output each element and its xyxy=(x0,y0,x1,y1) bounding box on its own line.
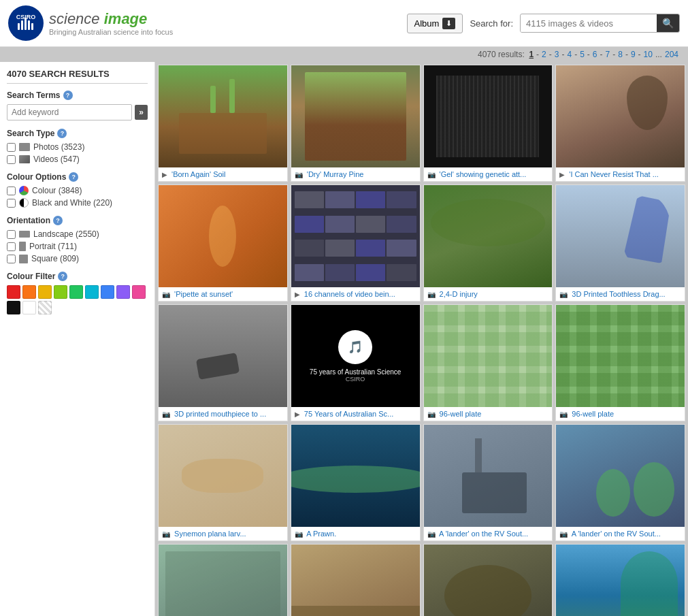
swatch-purple[interactable] xyxy=(116,285,130,299)
page-link-6[interactable]: 6 xyxy=(593,50,597,59)
page-link-1[interactable]: 1 xyxy=(529,50,534,59)
keyword-go-button[interactable]: » xyxy=(135,105,148,120)
download-icon: ⬇ xyxy=(442,18,455,29)
grid-item-3[interactable]: 📷 'Gel' showing genetic att... xyxy=(423,65,553,182)
videos-checkbox[interactable] xyxy=(7,155,16,164)
results-count-top: 4070 xyxy=(478,50,496,59)
svg-rect-6 xyxy=(31,23,33,30)
image-thumb-17 xyxy=(159,545,287,616)
swatch-green[interactable] xyxy=(69,285,83,299)
search-terms-section: Search Terms ? » xyxy=(7,91,148,120)
colour-checkbox[interactable] xyxy=(7,187,16,195)
swatch-red[interactable] xyxy=(7,285,20,299)
photo-icon-14: 📷 xyxy=(295,530,303,538)
colour-options-title: Colour Options ? xyxy=(7,172,148,182)
page-link-10[interactable]: 10 xyxy=(644,50,653,59)
grid-item-16[interactable]: + 📷 A 'lander' on the RV Sout... xyxy=(555,424,685,541)
grid-item-9[interactable]: + 📷 3D printed mouthpiece to ... xyxy=(158,304,288,421)
photos-checkbox[interactable] xyxy=(7,143,16,152)
swatch-lime[interactable] xyxy=(54,285,67,299)
album-button[interactable]: Album ⬇ xyxy=(407,14,463,33)
orientation-help-icon[interactable]: ? xyxy=(53,216,63,225)
grid-item-8[interactable]: + 📷 3D Printed Toothless Drag... xyxy=(555,184,685,302)
grid-item-19[interactable]: + 📷 A Baraya Grasshopper xyxy=(423,544,553,616)
video-icon-6: ▶ xyxy=(295,291,300,298)
page-link-8[interactable]: 8 xyxy=(618,50,623,59)
grid-item-6[interactable]: + ▶ 16 channels of video bein... xyxy=(291,184,421,302)
image-thumb-5 xyxy=(159,185,287,287)
image-thumb-6 xyxy=(291,185,420,287)
orientation-section: Orientation ? Landscape (2550) Portrait … xyxy=(7,216,148,263)
colour-options-help-icon[interactable]: ? xyxy=(69,172,78,182)
image-thumb-12 xyxy=(556,305,685,407)
results-label-top: results: xyxy=(498,50,525,59)
square-icon xyxy=(19,255,28,263)
header-controls: Album ⬇ Search for: 🔍 xyxy=(407,14,680,33)
site-title-science: science xyxy=(49,10,100,27)
album-label: Album xyxy=(414,18,440,29)
photo-icon-8: 📷 xyxy=(559,291,568,298)
grid-item-4[interactable]: ▶ 'I Can Never Resist That ... xyxy=(555,65,685,182)
caption-1: ▶ 'Born Again' Soil xyxy=(159,167,287,181)
grid-item-17[interactable]: + 📷 A 'wet' laboratory xyxy=(158,544,288,616)
bw-icon xyxy=(19,198,29,208)
search-terms-help-icon[interactable]: ? xyxy=(63,91,73,100)
search-input[interactable] xyxy=(521,15,657,32)
image-thumb-11 xyxy=(424,305,553,407)
caption-16: 📷 A 'lander' on the RV Sout... xyxy=(556,527,685,540)
page-link-9[interactable]: 9 xyxy=(631,50,636,59)
colour-filter-help-icon[interactable]: ? xyxy=(58,272,67,281)
caption-8: 📷 3D Printed Toothless Drag... xyxy=(556,287,685,301)
image-thumb-15 xyxy=(424,425,553,527)
page-link-7[interactable]: 7 xyxy=(606,50,610,59)
search-type-help-icon[interactable]: ? xyxy=(57,129,67,138)
swatch-none[interactable] xyxy=(38,301,52,314)
grid-item-10[interactable]: + 🎵 75 years of Australian Science CSIRO… xyxy=(291,304,421,421)
grid-item-20[interactable]: + 📷 A Beach in Vanuatu xyxy=(555,544,685,616)
site-tagline: Bringing Australian science into focus xyxy=(49,28,173,36)
colour-pie-icon xyxy=(19,186,29,195)
grid-item-2[interactable]: 📷 'Dry' Murray Pine xyxy=(291,65,421,182)
grid-item-11[interactable]: + 📷 96-well plate xyxy=(423,304,553,421)
grid-item-12[interactable]: + 📷 96-well plate xyxy=(555,304,685,421)
search-box: 🔍 xyxy=(520,14,680,33)
page-link-4[interactable]: 4 xyxy=(567,50,572,59)
colour-label: Colour (3848) xyxy=(32,186,82,195)
square-checkbox[interactable] xyxy=(7,255,16,263)
grid-item-18[interactable]: + 📷 A 120 ton ore truck at th... xyxy=(291,544,421,616)
portrait-checkbox[interactable] xyxy=(7,242,16,251)
search-button[interactable]: 🔍 xyxy=(657,14,679,32)
video-icon-1: ▶ xyxy=(162,171,167,178)
landscape-checkbox[interactable] xyxy=(7,230,16,239)
grid-item-1[interactable]: ▶ 'Born Again' Soil xyxy=(158,65,288,182)
caption-11: 📷 96-well plate xyxy=(424,407,553,421)
swatch-black[interactable] xyxy=(7,301,20,314)
swatch-yellow[interactable] xyxy=(38,285,52,299)
grid-item-5[interactable]: + 📷 'Pipette at sunset' xyxy=(158,184,288,302)
video-type-icon xyxy=(19,155,30,163)
image-thumb-13 xyxy=(159,425,287,527)
keyword-input[interactable] xyxy=(7,104,132,120)
image-thumb-2 xyxy=(291,65,420,167)
swatch-cyan[interactable] xyxy=(85,285,99,299)
grid-item-13[interactable]: + 📷 Synemon plana larv... xyxy=(158,424,288,541)
page-link-3[interactable]: 3 xyxy=(555,50,559,59)
svg-rect-4 xyxy=(24,18,27,30)
swatch-white[interactable] xyxy=(22,301,36,314)
page-link-2[interactable]: 2 xyxy=(542,50,546,59)
keyword-row: » xyxy=(7,104,148,120)
grid-item-14[interactable]: + 📷 A Prawn. xyxy=(291,424,421,541)
grid-item-7[interactable]: + 📷 2,4-D injury xyxy=(423,184,553,302)
caption-10: ▶ 75 Years of Australian Sc... xyxy=(291,407,420,421)
swatch-blue[interactable] xyxy=(101,285,114,299)
svg-rect-2 xyxy=(18,23,20,30)
swatch-pink[interactable] xyxy=(132,285,146,299)
swatch-orange[interactable] xyxy=(22,285,36,299)
sidebar: 4070 SEARCH RESULTS Search Terms ? » Sea… xyxy=(0,62,155,616)
page-link-204[interactable]: 204 xyxy=(665,50,678,59)
photo-icon-15: 📷 xyxy=(427,530,436,538)
photo-icon-5: 📷 xyxy=(162,291,170,298)
bw-checkbox[interactable] xyxy=(7,199,16,208)
grid-item-15[interactable]: + 📷 A 'lander' on the RV Sout... xyxy=(423,424,553,541)
page-link-5[interactable]: 5 xyxy=(580,50,585,59)
